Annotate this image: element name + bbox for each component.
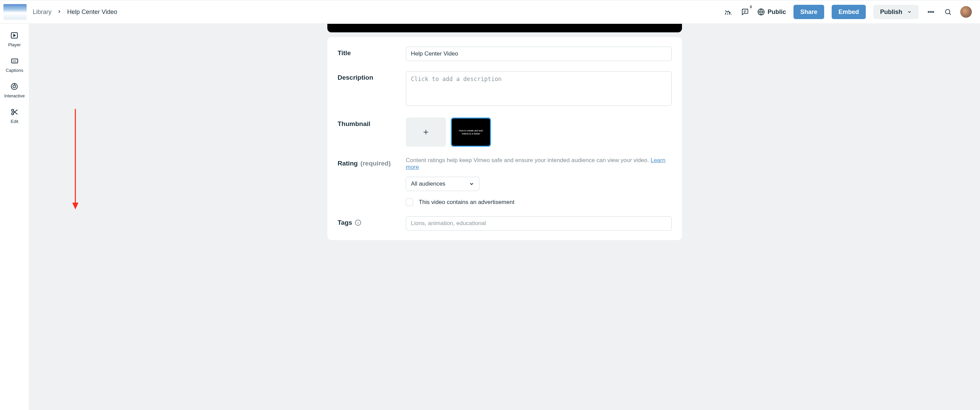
panel-wrapper: Title Description Thumbnail — [327, 24, 682, 396]
video-thumbnail-small[interactable] — [3, 4, 27, 20]
title-input[interactable] — [406, 47, 672, 61]
sidebar-label: Captions — [6, 68, 23, 73]
player-icon — [10, 31, 18, 40]
label-description: Description — [337, 71, 406, 81]
more-icon[interactable] — [926, 7, 935, 17]
globe-icon — [757, 8, 765, 16]
sidebar-item-edit[interactable]: Edit — [11, 108, 19, 124]
plus-icon — [423, 129, 429, 136]
svg-line-11 — [949, 13, 951, 15]
rating-help-body: Content ratings help keep Vimeo safe and… — [406, 157, 651, 163]
rating-select[interactable]: All audiences — [406, 177, 479, 191]
thumbnail-caption: How to create and add videos to a folder — [456, 129, 486, 135]
content-area: Title Description Thumbnail — [29, 24, 980, 410]
rating-help-text: Content ratings help keep Vimeo safe and… — [406, 157, 672, 171]
label-tags: Tags i — [337, 216, 406, 226]
scissors-icon — [11, 108, 19, 116]
header-right: 0 Public Share Embed Publish — [723, 5, 972, 19]
publish-label: Publish — [880, 8, 902, 16]
add-thumbnail-button[interactable] — [406, 117, 446, 147]
publish-button[interactable]: Publish — [873, 5, 919, 19]
thumbnail-list: How to create and add videos to a folder — [406, 117, 672, 147]
comments-badge: 0 — [750, 5, 752, 9]
label-thumbnail: Thumbnail — [337, 117, 406, 128]
svg-point-7 — [928, 11, 929, 13]
top-header: Library Help Center Video 0 Public Share… — [0, 0, 980, 24]
ad-checkbox-row: This video contains an advertisement — [406, 198, 672, 206]
captions-icon: CC — [11, 57, 19, 65]
ad-label: This video contains an advertisement — [419, 199, 515, 206]
ad-checkbox[interactable] — [406, 198, 413, 206]
search-icon[interactable] — [943, 7, 953, 17]
interactive-icon — [10, 82, 18, 90]
breadcrumb-current: Help Center Video — [67, 8, 117, 16]
sidebar-label: Player — [8, 42, 21, 47]
svg-marker-23 — [72, 203, 78, 209]
svg-point-10 — [945, 9, 950, 14]
row-description: Description — [337, 71, 672, 107]
row-thumbnail: Thumbnail How to create and add videos t… — [337, 117, 672, 147]
row-title: Title — [337, 47, 672, 61]
sidebar-label: Edit — [11, 119, 18, 124]
chevron-down-icon — [469, 181, 474, 187]
breadcrumb: Library Help Center Video — [33, 8, 117, 16]
settings-panel: Title Description Thumbnail — [327, 37, 682, 240]
row-tags: Tags i — [337, 216, 672, 231]
rating-label-text: Rating — [337, 160, 358, 167]
rating-required: (required) — [360, 160, 391, 167]
breadcrumb-library[interactable]: Library — [33, 8, 51, 16]
embed-button[interactable]: Embed — [832, 5, 866, 19]
tags-input[interactable] — [406, 216, 672, 231]
annotation-arrow — [70, 109, 81, 211]
svg-point-9 — [932, 11, 934, 13]
sidebar-item-captions[interactable]: CC Captions — [6, 57, 23, 73]
video-player-strip — [327, 24, 682, 32]
chevron-right-icon — [57, 8, 62, 16]
rating-value: All audiences — [411, 180, 445, 187]
sidebar: Player CC Captions Interactive Edit — [0, 24, 29, 410]
thumbnail-selected[interactable]: How to create and add videos to a folder — [451, 117, 491, 147]
label-rating: Rating (required) — [337, 157, 406, 167]
avatar[interactable] — [960, 6, 972, 18]
svg-point-16 — [11, 84, 18, 90]
label-title: Title — [337, 47, 406, 57]
sidebar-item-player[interactable]: Player — [8, 31, 21, 47]
sidebar-item-interactive[interactable]: Interactive — [5, 82, 25, 98]
privacy-label: Public — [768, 8, 786, 16]
chevron-down-icon — [907, 9, 912, 14]
tags-label-text: Tags — [337, 219, 352, 226]
svg-marker-13 — [14, 35, 15, 36]
main-layout: Player CC Captions Interactive Edit Titl… — [0, 24, 980, 410]
share-button[interactable]: Share — [794, 5, 824, 19]
row-rating: Rating (required) Content ratings help k… — [337, 157, 672, 206]
sidebar-label: Interactive — [5, 93, 25, 98]
analytics-icon[interactable] — [723, 7, 733, 17]
svg-point-17 — [13, 85, 16, 88]
description-input[interactable] — [406, 71, 672, 106]
comments-icon[interactable]: 0 — [740, 7, 750, 17]
svg-text:CC: CC — [13, 60, 16, 62]
header-left: Library Help Center Video — [3, 4, 723, 20]
privacy-indicator[interactable]: Public — [757, 8, 786, 16]
info-icon[interactable]: i — [355, 220, 361, 226]
svg-point-8 — [930, 11, 932, 13]
